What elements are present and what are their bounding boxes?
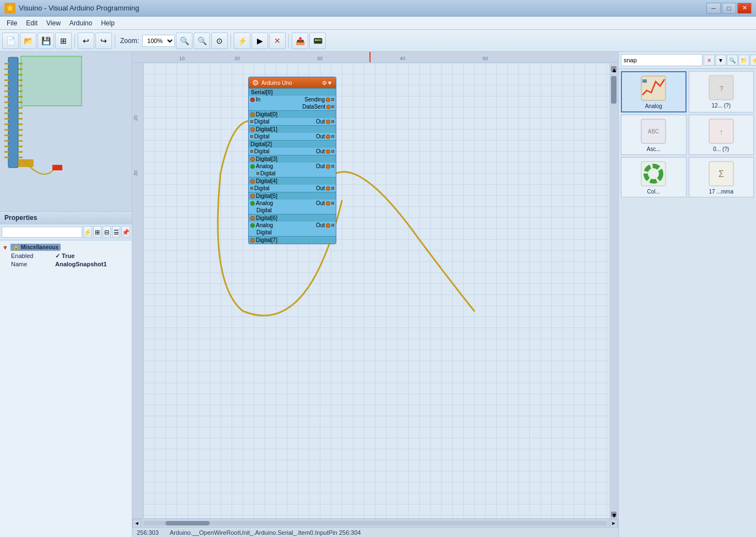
digital7-label: Digital[7] — [256, 237, 277, 243]
analog3-out: Out — [316, 163, 334, 169]
zoom-in-button[interactable]: 🔍 — [176, 33, 192, 49]
digital2-header: Digital[2] — [249, 140, 336, 148]
ruler-cursor — [369, 52, 371, 63]
save-button[interactable]: 💾 — [37, 33, 54, 49]
arduino-upload[interactable]: 📤 — [292, 33, 308, 49]
scroll-down-btn[interactable]: ▼ — [611, 512, 616, 517]
analog3-row: Analog Out — [249, 163, 336, 170]
port-in-left: In — [250, 96, 260, 103]
search-result-btn[interactable]: 🔍 — [727, 55, 738, 66]
canvas-content: 20 30 ⚙ Arduino — [132, 63, 618, 518]
sep4 — [288, 34, 289, 47]
comp-0-unknown[interactable]: ↑ 0... (?) — [689, 115, 754, 155]
prop-pin-btn[interactable]: 📌 — [121, 226, 130, 238]
prop-enabled-val: ✓ True — [55, 253, 74, 260]
port-datasent-connector — [331, 105, 334, 108]
menu-arduino[interactable]: Arduino — [65, 18, 96, 28]
scroll-left-btn[interactable]: ◄ — [132, 519, 141, 528]
compile-button[interactable]: ⚡ — [234, 33, 250, 49]
analog5-out-label: Out — [316, 200, 325, 206]
vertical-scrollbar[interactable]: ▲ ▼ — [609, 63, 618, 518]
digital1-label: Digital[1] — [256, 126, 277, 132]
menu-file[interactable]: File — [2, 18, 22, 28]
digital4-out: Out — [316, 185, 334, 191]
digital2-out-conn — [331, 150, 334, 153]
stop-button[interactable]: ✕ — [269, 33, 286, 49]
port-in-row: In Sending — [249, 96, 336, 103]
comp-asc[interactable]: ABC Asc... — [621, 115, 687, 155]
comp-12-unknown[interactable]: ? 12... (?) — [689, 71, 754, 112]
menu-view[interactable]: View — [42, 18, 65, 28]
arduino-serial[interactable]: 📟 — [309, 33, 326, 49]
analog3-out-label: Out — [316, 163, 325, 169]
open-button[interactable]: 📂 — [20, 33, 36, 49]
arduino-title-text: ⚙ Arduino Uno — [252, 78, 292, 87]
analog5-out-conn — [331, 202, 334, 205]
menu-help[interactable]: Help — [96, 18, 119, 28]
ruler-mark-30: 30 — [317, 56, 323, 61]
prop-expand-btn[interactable]: ⊞ — [93, 226, 101, 238]
zoom-select[interactable]: 100% 50% 75% 150% 200% — [142, 35, 175, 47]
svg-rect-16 — [4, 146, 9, 147]
zoom-reset-button[interactable]: ⊙ — [211, 33, 228, 49]
port-out-right: Sending — [304, 96, 334, 103]
comp-analog-snapshot[interactable]: Analog — [621, 71, 687, 112]
search-clear-btn[interactable]: ✕ — [704, 55, 715, 66]
digital1-port-left: Digital — [250, 133, 270, 139]
digital1-out: Out — [316, 133, 334, 139]
component-search-input[interactable] — [621, 54, 703, 66]
svg-rect-11 — [4, 118, 9, 120]
svg-rect-4 — [4, 79, 9, 81]
prop-filter-btn[interactable]: ⚡ — [83, 226, 92, 238]
right-search-buttons: ✕ ▼ 🔍 📁 ⭐ ⚙ ≡ — [704, 55, 756, 66]
horizontal-scrollbar[interactable]: ◄ ► — [132, 518, 618, 527]
digital3-sub-left: Digital — [256, 170, 334, 176]
run-button[interactable]: ▶ — [251, 33, 268, 49]
prop-collapse-btn[interactable]: ⊟ — [103, 226, 111, 238]
digital5-header: Digital[5] — [249, 192, 336, 200]
comp-17-sigma[interactable]: Σ 17 ...mma — [689, 157, 754, 197]
scroll-thumb-v[interactable] — [611, 76, 616, 104]
scroll-thumb-h[interactable] — [165, 521, 210, 525]
digital3-sub-conn — [256, 172, 259, 175]
search-filter-btn[interactable]: ▼ — [715, 55, 726, 66]
search-star-btn[interactable]: ⭐ — [750, 55, 756, 66]
port-sending-connector — [331, 98, 334, 101]
menu-edit[interactable]: Edit — [22, 18, 42, 28]
zoom-out-button[interactable]: 🔍 — [194, 33, 210, 49]
undo-button[interactable]: ↩ — [78, 33, 94, 49]
prop-tree: ▼ 🔒 Miscellaneous Enabled ✓ True Name An… — [0, 240, 132, 537]
comp-col-label: Col... — [647, 189, 660, 195]
analog6-out-dot — [326, 223, 330, 228]
grid-button[interactable]: ⊞ — [55, 33, 72, 49]
svg-rect-2 — [4, 68, 9, 70]
analog6-left: Analog — [250, 222, 273, 228]
digital2-out: Out — [316, 148, 334, 154]
prop-settings-btn[interactable]: ☰ — [112, 226, 120, 238]
properties-search[interactable] — [2, 227, 82, 238]
properties-toolbar: ⚡ ⊞ ⊟ ☰ 📌 — [0, 224, 132, 240]
minimize-button[interactable]: ─ — [706, 3, 721, 14]
redo-button[interactable]: ↪ — [95, 33, 112, 49]
sep3 — [230, 34, 231, 47]
digital3-in-dot — [250, 157, 255, 162]
port-sending-dot — [326, 98, 330, 102]
digital2-out-label: Out — [316, 148, 325, 154]
analog5-left: Analog — [250, 200, 273, 206]
scroll-right-btn[interactable]: ► — [609, 519, 618, 528]
canvas-main[interactable]: ⚙ Arduino Uno ⚙▼ Serial[0] In — [143, 63, 618, 518]
restore-button[interactable]: □ — [722, 3, 736, 14]
close-button[interactable]: ✕ — [737, 3, 752, 14]
port-datasent-label: DataSent — [302, 104, 325, 110]
scroll-up-btn[interactable]: ▲ — [611, 66, 616, 72]
search-cat-btn[interactable]: 📁 — [738, 55, 749, 66]
prop-name-val: AnalogSnapshot1 — [55, 261, 107, 267]
arduino-settings-btn[interactable]: ⚙▼ — [322, 80, 333, 86]
arduino-block[interactable]: ⚙ Arduino Uno ⚙▼ Serial[0] In — [248, 77, 336, 244]
svg-rect-10 — [4, 112, 9, 114]
analog6-out-label: Out — [316, 222, 325, 228]
new-button[interactable]: 📄 — [2, 33, 19, 49]
svg-rect-14 — [4, 135, 9, 136]
comp-asc-icon: ABC — [640, 117, 667, 145]
comp-col[interactable]: Col... — [621, 157, 687, 197]
